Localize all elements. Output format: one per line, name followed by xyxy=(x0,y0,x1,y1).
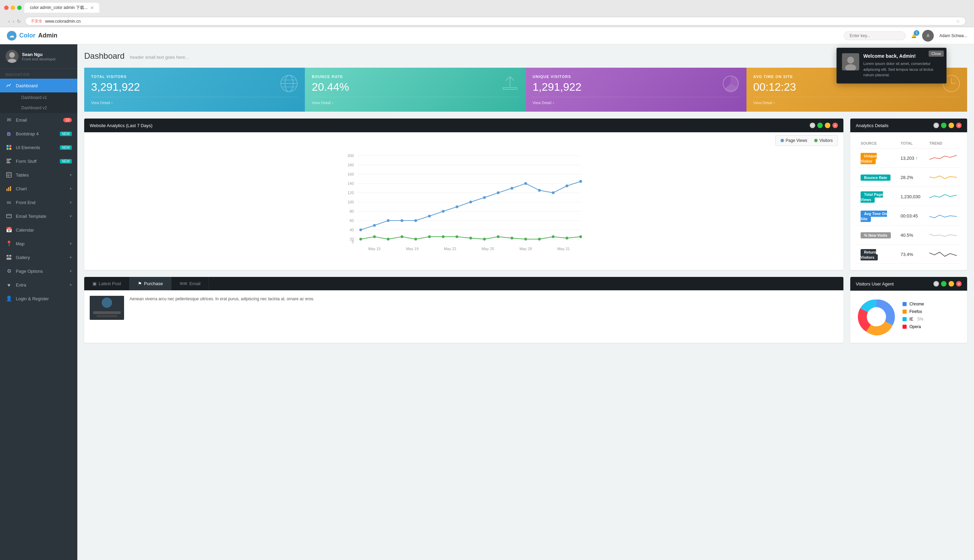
refresh-button[interactable]: ⟳ xyxy=(810,123,815,128)
analytics-minimize-button[interactable] xyxy=(949,123,954,128)
svg-text:120: 120 xyxy=(347,191,354,195)
svg-text:140: 140 xyxy=(347,182,354,185)
stat-footer-bounce[interactable]: View Detail › xyxy=(312,97,519,105)
sidebar-item-ui-elements[interactable]: UI Elements NEW xyxy=(0,140,77,154)
svg-point-67 xyxy=(428,215,431,217)
tab-latest-post[interactable]: ▣ Latest Post xyxy=(84,277,130,290)
search-input[interactable] xyxy=(844,31,906,40)
visitors-maximize-button[interactable] xyxy=(941,281,947,287)
sidebar-item-label-frontend: Front End xyxy=(16,200,66,205)
notification-button[interactable]: 🔔 5 xyxy=(911,33,917,38)
login-icon: 👤 xyxy=(5,295,12,302)
svg-text:160: 160 xyxy=(347,172,354,176)
sidebar-item-label-map: Map xyxy=(16,241,66,246)
sidebar-item-bootstrap[interactable]: B Bootstrap 4 NEW xyxy=(0,127,77,140)
close-window-button[interactable] xyxy=(4,5,8,10)
svg-rect-12 xyxy=(7,172,11,177)
analytics-chart-title: Website Analytics (Last 7 Days) xyxy=(90,123,153,128)
notif-close-button[interactable]: Close xyxy=(929,50,944,57)
table-row: Avg Time On Site 00:03:45 xyxy=(856,207,961,225)
main-content: Dashboard header small text goes here...… xyxy=(77,44,974,560)
source-badge-return: Return Visitors xyxy=(861,249,878,260)
post-thumbnail xyxy=(90,296,124,320)
forward-button[interactable]: › xyxy=(13,18,15,24)
table-row: Unique Visitor 13,203 ↑ xyxy=(856,149,961,168)
reload-button[interactable]: ↻ xyxy=(17,18,21,24)
stat-footer-visitors[interactable]: View Detail › xyxy=(91,97,298,105)
stat-value-bounce: 20.44% xyxy=(312,81,519,93)
svg-text:May 15: May 15 xyxy=(368,247,380,251)
sidebar-subitem-dashboard-v1[interactable]: Dashboard v1 xyxy=(16,92,77,103)
extra-icon: ♥ xyxy=(5,282,12,288)
sidebar-subitem-dashboard-v2[interactable]: Dashboard v2 xyxy=(16,103,77,113)
svg-text:180: 180 xyxy=(347,163,354,167)
tab-label-purchase: Purchase xyxy=(144,281,163,286)
table-row: Bounce Rate 28.2% xyxy=(856,168,961,187)
address-bar: ‹ › ↻ 不安全 www.coloradmin.cn ☆ xyxy=(4,15,970,27)
sidebar-item-calendar[interactable]: 📅 Calendar xyxy=(0,223,77,237)
panel-controls: ⟳ ✕ xyxy=(810,123,838,128)
minimize-button[interactable] xyxy=(825,123,831,128)
firefox-color-swatch xyxy=(902,310,907,314)
svg-point-73 xyxy=(511,187,514,190)
donut-chart-svg xyxy=(856,296,897,337)
close-panel-button[interactable]: ✕ xyxy=(832,123,838,128)
svg-point-81 xyxy=(387,238,390,240)
browser-tab[interactable]: color admin_color admin 下载... ✕ xyxy=(24,3,99,13)
sidebar-item-map[interactable]: 📍 Map ▾ xyxy=(0,237,77,250)
donut-chart-area: Chrome Firefox IE 5% xyxy=(850,291,967,343)
stat-footer-avgtime[interactable]: View Detail › xyxy=(753,97,960,105)
avatar-initials: A xyxy=(927,33,929,38)
visitors-minimize-button[interactable] xyxy=(949,281,954,287)
email-tab-icon: ✉✉ xyxy=(180,281,187,286)
form-stuff-icon xyxy=(5,158,12,165)
sidebar-item-dashboard[interactable]: Dashboard ▾ xyxy=(0,79,77,92)
user-avatar[interactable]: A xyxy=(922,30,934,42)
close-tab-button[interactable]: ✕ xyxy=(90,5,94,10)
stat-footer-unique[interactable]: View Detail › xyxy=(533,97,740,105)
sidebar-item-form-stuff[interactable]: Form Stuff NEW xyxy=(0,154,77,168)
sidebar-item-gallery[interactable]: Gallery ▾ xyxy=(0,250,77,264)
sidebar-item-tables[interactable]: Tables ▾ xyxy=(0,168,77,182)
sidebar-item-email-template[interactable]: Email Template ▾ xyxy=(0,209,77,223)
email-icon: ✉ xyxy=(5,117,12,123)
url-text: www.coloradmin.cn xyxy=(45,19,80,24)
sidebar-item-extra[interactable]: ♥ Extra ▾ xyxy=(0,278,77,292)
chart-container: Page Views Visitors xyxy=(84,132,843,258)
svg-point-80 xyxy=(373,235,376,238)
svg-rect-18 xyxy=(10,186,11,191)
svg-rect-22 xyxy=(9,255,11,257)
stat-card-total-visitors: TOTAL VISITORS 3,291,922 View Detail › xyxy=(84,68,305,112)
browser-titlebar: color admin_color admin 下载... ✕ xyxy=(4,3,970,13)
minimize-window-button[interactable] xyxy=(11,5,15,10)
svg-text:May 31: May 31 xyxy=(557,247,569,251)
analytics-refresh-button[interactable]: ⟳ xyxy=(934,123,939,128)
visitors-close-button[interactable]: ✕ xyxy=(956,281,962,287)
analytics-close-button[interactable]: ✕ xyxy=(956,123,962,128)
tab-purchase[interactable]: ⚑ Purchase xyxy=(130,277,172,290)
dashboard-chevron-icon: ▾ xyxy=(70,83,72,88)
notif-content: Welcome back, Admin! Lorem ipsum dolor s… xyxy=(863,53,941,78)
pageoptions-chevron-icon: ▾ xyxy=(70,269,72,273)
sidebar-item-email[interactable]: ✉ Email 10 xyxy=(0,113,77,127)
sidebar-item-login-register[interactable]: 👤 Login & Register xyxy=(0,292,77,305)
visitors-refresh-button[interactable]: ⟳ xyxy=(934,281,939,287)
col-header-source: Source xyxy=(856,138,896,148)
maximize-button[interactable] xyxy=(817,123,823,128)
svg-rect-6 xyxy=(9,145,11,147)
sidebar-item-label-gallery: Gallery xyxy=(16,255,66,260)
sidebar-item-label-form: Form Stuff xyxy=(16,159,57,164)
svg-point-65 xyxy=(401,219,404,222)
sidebar-item-front-end[interactable]: ∞ Front End ▾ xyxy=(0,195,77,209)
svg-text:May 28: May 28 xyxy=(519,247,532,251)
tab-email[interactable]: ✉✉ Email xyxy=(172,277,209,290)
bookmark-icon[interactable]: ☆ xyxy=(956,19,960,24)
analytics-maximize-button[interactable] xyxy=(941,123,947,128)
address-input[interactable]: 不安全 www.coloradmin.cn ☆ xyxy=(25,17,966,25)
sidebar-item-page-options[interactable]: ⚙ Page Options ▾ xyxy=(0,264,77,278)
sidebar-item-chart[interactable]: Chart ▾ xyxy=(0,182,77,195)
sidebar-item-label-ui: UI Elements xyxy=(16,145,57,150)
back-button[interactable]: ‹ xyxy=(8,18,10,24)
maximize-window-button[interactable] xyxy=(17,5,22,10)
table-row: Total Page Views 1,230,030 xyxy=(856,188,961,206)
